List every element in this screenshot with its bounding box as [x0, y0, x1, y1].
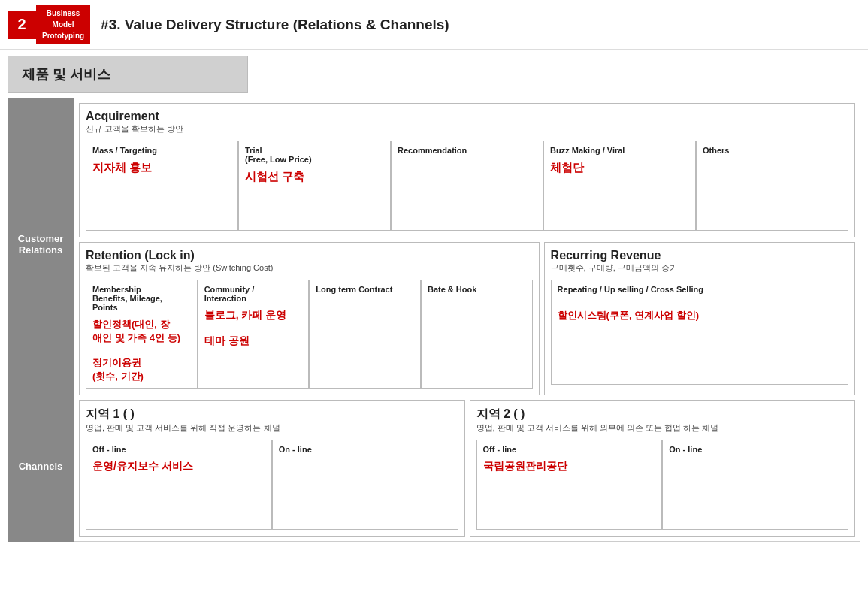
retention-section: Retention (Lock in) 확보된 고객을 지속 유지하는 방안 (… — [79, 242, 540, 395]
card-trial: Trial (Free, Low Price) 시험선 구축 — [238, 141, 391, 231]
card-title: Long term Contract — [316, 285, 414, 294]
region1-online: On - line — [272, 440, 458, 530]
card-membership: Membership Benefits, Mileage, Points 할인정… — [86, 280, 198, 389]
card-title: Bate & Hook — [428, 285, 526, 294]
region2-online: On - line — [662, 440, 848, 530]
offline-content: 운영/유지보수 서비스 — [92, 460, 265, 473]
online-title: On - line — [669, 445, 842, 454]
card-repeating: Repeating / Up selling / Cross Selling 할… — [551, 280, 848, 385]
card-content: 블로그, 카페 운영 테마 공원 — [204, 309, 303, 348]
card-community: Community / Interaction 블로그, 카페 운영 테마 공원 — [198, 280, 310, 389]
card-title: Others — [703, 146, 842, 155]
card-title: Membership Benefits, Mileage, Points — [92, 285, 191, 312]
product-box-title: 제품 및 서비스 — [22, 67, 110, 82]
retention-subtitle: 확보된 고객을 지속 유지하는 방안 (Switching Cost) — [86, 262, 533, 274]
card-title: Trial (Free, Low Price) — [245, 146, 384, 164]
card-title: Buzz Making / Viral — [550, 146, 689, 155]
card-title: Repeating / Up selling / Cross Selling — [558, 285, 842, 294]
acquirement-subtitle: 신규 고객을 확보하는 방안 — [86, 123, 848, 135]
region1-offline: Off - line 운영/유지보수 서비스 — [86, 440, 272, 530]
card-long-term-contract: Long term Contract — [309, 280, 421, 389]
card-bate-hook: Bate & Hook — [421, 280, 533, 389]
recurring-section: Recurring Revenue 구매횟수, 구매량, 구매금액의 증가 Re… — [544, 242, 855, 395]
card-title: Mass / Targeting — [92, 146, 231, 155]
region2-offline: Off - line 국립공원관리공단 — [476, 440, 663, 530]
online-title: On - line — [279, 445, 452, 454]
recurring-subtitle: 구매횟수, 구매량, 구매금액의 증가 — [551, 262, 848, 274]
card-title: Community / Interaction — [204, 285, 303, 303]
region1-subtitle: 영업, 판매 및 고객 서비스를 위해 직접 운영하는 채널 — [86, 422, 458, 434]
offline-content: 국립공원관리공단 — [483, 460, 656, 473]
retention-title: Retention (Lock in) — [86, 249, 533, 262]
card-content: 시험선 구축 — [245, 170, 384, 184]
header-label: Business Model Prototyping — [36, 5, 90, 44]
card-content: 할인정책(대인, 장 애인 및 가족 4인 등) 정기이용권 (횟수, 기간) — [92, 318, 191, 383]
channel-region2: 지역 2 ( ) 영업, 판매 및 고객 서비스를 위해 외부에 의존 또는 협… — [470, 400, 856, 537]
customer-relations-label: Customer Relations — [8, 98, 74, 391]
card-content: 체험단 — [550, 161, 689, 175]
acquirement-section: Acquirement 신규 고객을 확보하는 방안 Mass / Target… — [79, 103, 855, 237]
product-box: 제품 및 서비스 — [8, 56, 248, 93]
channel-region1: 지역 1 ( ) 영업, 판매 및 고객 서비스를 위해 직접 운영하는 채널 … — [79, 400, 465, 537]
card-recommendation: Recommendation — [391, 141, 543, 231]
card-buzz-making: Buzz Making / Viral 체험단 — [543, 141, 696, 231]
badge: 2 — [8, 11, 36, 39]
region1-title: 지역 1 ( ) — [86, 407, 458, 422]
card-title: Recommendation — [398, 146, 537, 155]
region2-title: 지역 2 ( ) — [476, 407, 849, 422]
card-content: 지자체 홍보 — [92, 161, 231, 175]
channels-label: Channels — [8, 391, 74, 542]
card-mass-targeting: Mass / Targeting 지자체 홍보 — [86, 141, 238, 231]
acquirement-title: Acquirement — [86, 110, 848, 123]
page-title: #3. Value Delivery Structure (Relations … — [101, 17, 449, 33]
offline-title: Off - line — [92, 445, 265, 454]
card-others: Others — [696, 141, 848, 231]
region2-subtitle: 영업, 판매 및 고객 서비스를 위해 외부에 의존 또는 협업 하는 채널 — [476, 422, 849, 434]
offline-title: Off - line — [483, 445, 656, 454]
recurring-title: Recurring Revenue — [551, 249, 848, 262]
card-content: 할인시스템(쿠폰, 연계사업 할인) — [558, 309, 842, 322]
